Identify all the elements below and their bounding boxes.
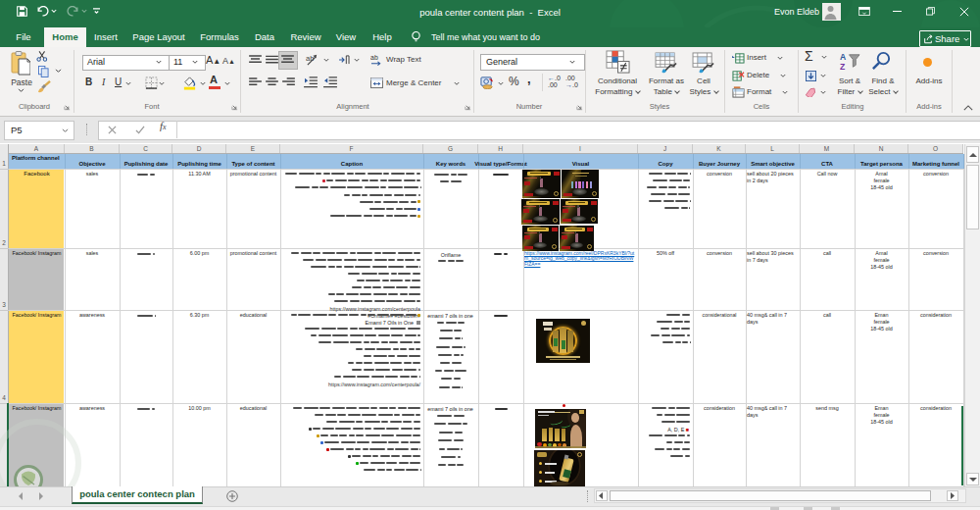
svg-text:ab: ab	[306, 54, 314, 63]
svg-text:ab: ab	[370, 54, 378, 61]
svg-text:Z: Z	[840, 62, 845, 72]
svg-text:A: A	[840, 52, 846, 62]
